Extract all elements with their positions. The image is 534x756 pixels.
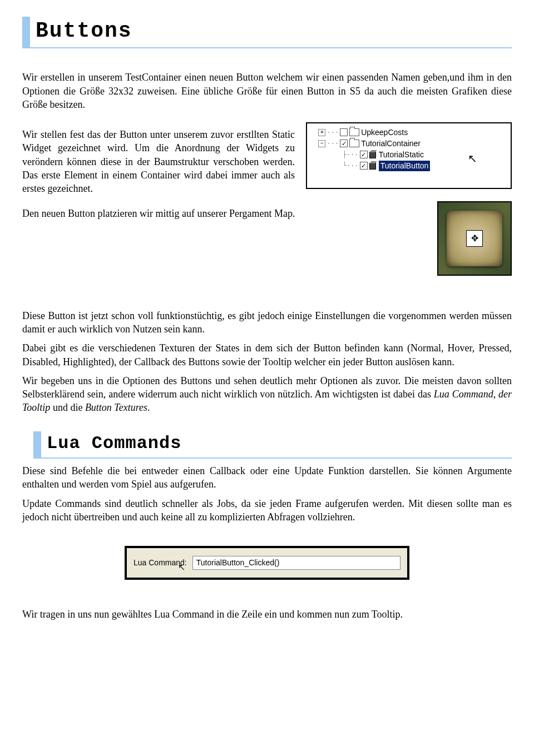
expand-minus-icon: − bbox=[318, 140, 325, 147]
checkbox-checked-icon: ✓ bbox=[360, 162, 368, 170]
parchment-texture: ✥ bbox=[447, 211, 502, 266]
paragraph-lua-2: Update Commands sind deutlich schneller … bbox=[22, 497, 512, 524]
paragraph-functional: Diese Button ist jetzt schon voll funkti… bbox=[22, 309, 512, 336]
checkbox-checked-icon: ✓ bbox=[340, 140, 348, 147]
expand-plus-icon: + bbox=[318, 129, 325, 136]
paragraph-order: Wir stellen fest das der Button unter un… bbox=[22, 128, 295, 195]
paragraph-lua-3: Wir tragen in uns nun gewähltes Lua Comm… bbox=[22, 608, 512, 621]
tree-item-label: UpkeepCosts bbox=[361, 127, 408, 138]
checkbox-checked-icon: ✓ bbox=[360, 151, 368, 158]
checkbox-icon bbox=[340, 128, 348, 136]
lua-command-screenshot: Lua Command: TutorialButton_Clicked() ↖ bbox=[125, 546, 409, 580]
widget-cube-icon bbox=[369, 162, 377, 170]
tree-item-label: TutorialStatic bbox=[379, 150, 424, 160]
paragraph-intro: Wir erstellen in unserem TestContainer e… bbox=[22, 71, 512, 111]
tree-item-selected: TutorialButton bbox=[379, 161, 431, 171]
folder-open-icon bbox=[349, 140, 359, 147]
tree-screenshot: + ··· UpkeepCosts − ··· ✓ TutorialContai… bbox=[306, 122, 512, 189]
paragraph-options: Wir begeben uns in die Optionen des Butt… bbox=[22, 374, 512, 415]
paragraph-lua-1: Diese sind Befehle die bei entweder eine… bbox=[22, 464, 512, 491]
paragraph-states: Dabei gibt es die verschiedenen Texturen… bbox=[22, 341, 512, 369]
paragraph-place: Den neuen Button platzieren wir mittig a… bbox=[22, 207, 415, 220]
cursor-arrow-icon: ↖ bbox=[468, 151, 477, 166]
parchment-screenshot: ✥ bbox=[437, 201, 512, 276]
folder-icon bbox=[349, 128, 359, 136]
lua-command-input: TutorialButton_Clicked() bbox=[192, 556, 400, 570]
widget-cube-icon bbox=[369, 151, 377, 158]
heading-lua-commands: Lua Commands bbox=[33, 431, 512, 459]
tree-item-label: TutorialContainer bbox=[361, 138, 421, 149]
cursor-arrow-icon: ↖ bbox=[178, 561, 185, 574]
move-cursor-icon: ✥ bbox=[466, 230, 483, 247]
heading-buttons: Buttons bbox=[22, 17, 512, 48]
